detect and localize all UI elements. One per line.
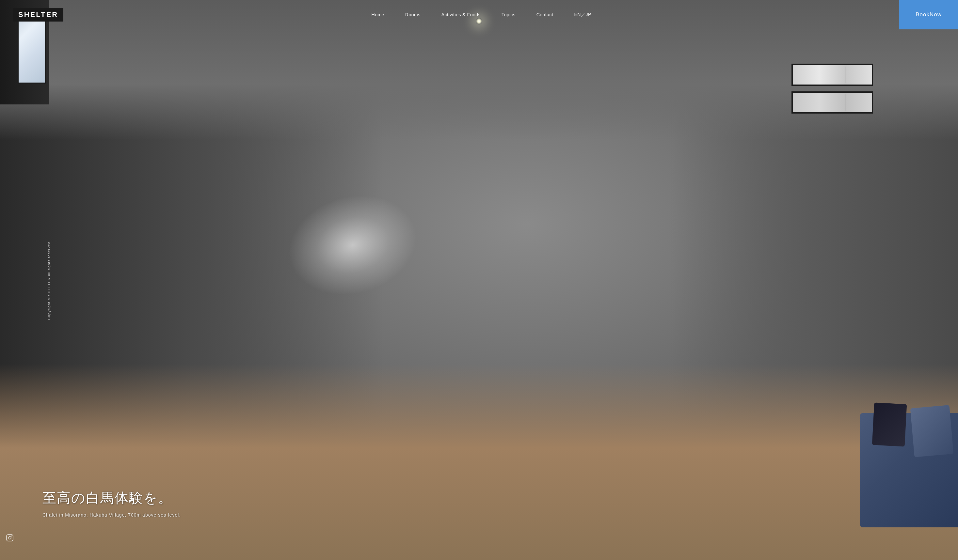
copyright-text: Copyright © SHELTER all rights reserved.: [47, 240, 51, 320]
nav-language[interactable]: EN／JP: [563, 12, 601, 17]
svg-rect-0: [6, 535, 13, 541]
book-now-button[interactable]: BookNow: [899, 0, 958, 29]
art-frame-upper: [791, 64, 873, 86]
art-frame-lower: [791, 92, 873, 114]
nav-contact[interactable]: Contact: [526, 12, 564, 17]
nav-topics[interactable]: Topics: [491, 12, 526, 17]
nav-links: Home Rooms Activities & Foods Topics Con…: [63, 12, 899, 17]
nav-rooms[interactable]: Rooms: [395, 12, 431, 17]
brand-logo[interactable]: SHELTER: [13, 8, 63, 22]
svg-point-2: [11, 536, 12, 536]
hero-subtitle: Chalet in Misorano, Hakuba Village, 700m…: [43, 513, 181, 517]
navbar: SHELTER Home Rooms Activities & Foods To…: [0, 0, 958, 29]
sofa: [853, 397, 958, 527]
instagram-icon[interactable]: [6, 534, 14, 544]
hero-text-block: 至高の白馬体験を。 Chalet in Misorano, Hakuba Vil…: [43, 489, 181, 517]
hero-title: 至高の白馬体験を。: [43, 489, 181, 507]
svg-point-1: [8, 536, 11, 539]
nav-activities-foods[interactable]: Activities & Foods: [431, 12, 491, 17]
nav-home[interactable]: Home: [361, 12, 395, 17]
